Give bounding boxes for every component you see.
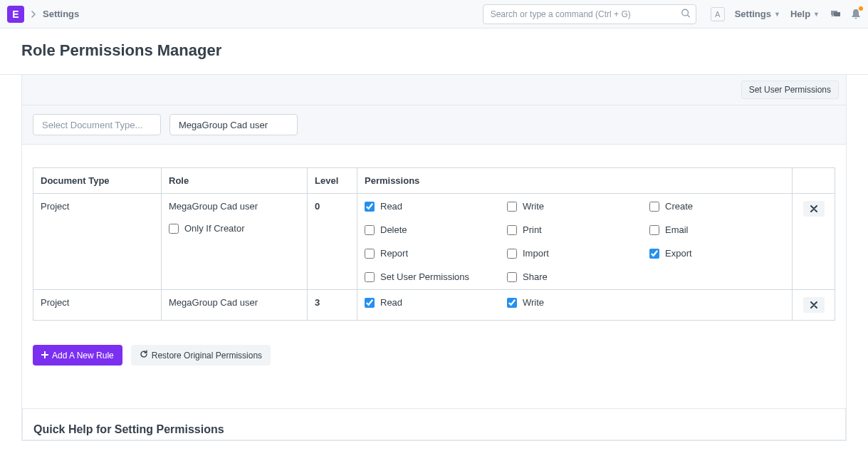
permission-label: Write <box>523 201 544 212</box>
permission-input[interactable] <box>649 249 659 259</box>
role-filter[interactable]: MegaGroup Cad user <box>169 114 298 135</box>
th-permissions: Permissions <box>357 168 793 194</box>
search-box <box>483 4 696 24</box>
only-if-creator-input[interactable] <box>169 224 179 234</box>
cell-action <box>793 290 835 321</box>
permission-checkbox[interactable]: Import <box>507 248 642 259</box>
permission-checkbox[interactable]: Set User Permissions <box>365 271 500 282</box>
close-icon <box>810 205 817 212</box>
permission-input[interactable] <box>365 272 375 282</box>
cell-permissions: ReadWrite <box>357 290 793 321</box>
add-rule-button[interactable]: Add A New Rule <box>33 345 122 366</box>
permission-checkbox[interactable]: Write <box>507 201 642 212</box>
role-label: MegaGroup Cad user <box>169 297 300 308</box>
avatar[interactable]: A <box>711 7 725 21</box>
only-if-creator-checkbox[interactable]: Only If Creator <box>169 223 300 234</box>
help-section: Quick Help for Setting Permissions <box>22 408 846 440</box>
page-body: Set User Permissions Select Document Typ… <box>0 75 868 441</box>
permission-checkbox[interactable]: Read <box>365 201 500 212</box>
permission-input[interactable] <box>365 298 375 308</box>
cell-doctype: Project <box>33 290 162 321</box>
settings-label: Settings <box>735 9 771 19</box>
help-label: Help <box>790 9 810 19</box>
permission-label: Share <box>523 271 548 282</box>
permissions-table: Document Type Role Level Permissions Pro… <box>33 167 835 321</box>
th-level: Level <box>308 168 357 194</box>
doctype-filter[interactable]: Select Document Type... <box>33 114 161 135</box>
role-filter-value: MegaGroup Cad user <box>179 120 268 130</box>
permission-label: Export <box>665 248 692 259</box>
cell-permissions: ReadWriteCreateDeletePrintEmailReportImp… <box>357 194 793 290</box>
permission-checkbox[interactable]: Write <box>507 297 642 308</box>
actions-row: Add A New Rule Restore Original Permissi… <box>22 335 846 380</box>
role-label: MegaGroup Cad user <box>169 201 300 212</box>
permission-label: Import <box>523 248 549 259</box>
permissions-grid: ReadWriteCreateDeletePrintEmailReportImp… <box>365 201 785 282</box>
caret-down-icon: ▼ <box>813 11 820 18</box>
permission-label: Write <box>523 297 544 308</box>
add-rule-label: Add A New Rule <box>52 351 114 361</box>
permission-checkbox[interactable]: Print <box>507 224 642 235</box>
app-logo[interactable]: E <box>7 6 24 23</box>
help-dropdown[interactable]: Help ▼ <box>790 9 820 19</box>
permission-checkbox[interactable]: Delete <box>365 224 500 235</box>
notification-dot <box>859 6 863 11</box>
permission-input[interactable] <box>365 202 375 212</box>
permission-checkbox[interactable]: Export <box>649 248 785 259</box>
table-row: ProjectMegaGroup Cad user3ReadWrite <box>33 290 835 321</box>
permission-checkbox[interactable]: Read <box>365 297 500 308</box>
restore-permissions-button[interactable]: Restore Original Permissions <box>131 345 271 366</box>
permission-input[interactable] <box>507 272 517 282</box>
permission-checkbox[interactable]: Create <box>649 201 785 212</box>
navbar-right: A Settings ▼ Help ▼ <box>711 7 861 21</box>
th-role: Role <box>162 168 308 194</box>
section-filters: Select Document Type... MegaGroup Cad us… <box>22 105 846 145</box>
chat-icon[interactable] <box>830 9 841 20</box>
navbar-left: E Settings <box>7 6 79 23</box>
doctype-filter-placeholder: Select Document Type... <box>42 120 142 130</box>
permission-label: Set User Permissions <box>380 271 469 282</box>
bell-icon[interactable] <box>851 9 861 20</box>
svg-rect-2 <box>834 12 840 16</box>
permission-input[interactable] <box>507 249 517 259</box>
permission-input[interactable] <box>649 202 659 212</box>
page-title: Role Permissions Manager <box>21 41 847 60</box>
caret-down-icon: ▼ <box>774 11 780 18</box>
permission-input[interactable] <box>507 225 517 235</box>
permissions-grid: ReadWrite <box>365 297 785 308</box>
form-section: Set User Permissions Select Document Typ… <box>21 75 847 441</box>
cell-action <box>793 194 835 290</box>
permission-input[interactable] <box>365 249 375 259</box>
permission-input[interactable] <box>507 298 517 308</box>
delete-rule-button[interactable] <box>803 201 825 217</box>
permission-label: Delete <box>380 224 407 235</box>
close-icon <box>810 301 817 309</box>
level-value: 3 <box>315 297 320 308</box>
chevron-right-icon <box>30 9 37 20</box>
permission-input[interactable] <box>507 202 517 212</box>
permission-checkbox[interactable]: Email <box>649 224 785 235</box>
search-input[interactable] <box>483 4 696 24</box>
page-header: Role Permissions Manager <box>0 28 868 75</box>
cell-doctype: Project <box>33 194 162 290</box>
cell-role: MegaGroup Cad user <box>162 290 308 321</box>
refresh-icon <box>140 350 148 361</box>
permission-label: Read <box>380 201 402 212</box>
permission-label: Create <box>665 201 693 212</box>
permission-label: Email <box>665 224 689 235</box>
only-if-creator-label: Only If Creator <box>184 223 245 234</box>
delete-rule-button[interactable] <box>803 297 825 313</box>
permission-checkbox[interactable]: Report <box>365 248 500 259</box>
settings-dropdown[interactable]: Settings ▼ <box>735 9 780 19</box>
navbar: E Settings A Settings ▼ Help ▼ <box>0 0 868 28</box>
permission-input[interactable] <box>365 225 375 235</box>
breadcrumb[interactable]: Settings <box>43 9 79 19</box>
cell-level: 3 <box>308 290 357 321</box>
th-doctype: Document Type <box>33 168 162 194</box>
th-action <box>793 168 835 194</box>
permission-checkbox[interactable]: Share <box>507 271 642 282</box>
table-row: ProjectMegaGroup Cad userOnly If Creator… <box>33 194 835 290</box>
set-user-permissions-button[interactable]: Set User Permissions <box>741 81 839 99</box>
cell-role: MegaGroup Cad userOnly If Creator <box>162 194 308 290</box>
permission-input[interactable] <box>649 225 659 235</box>
